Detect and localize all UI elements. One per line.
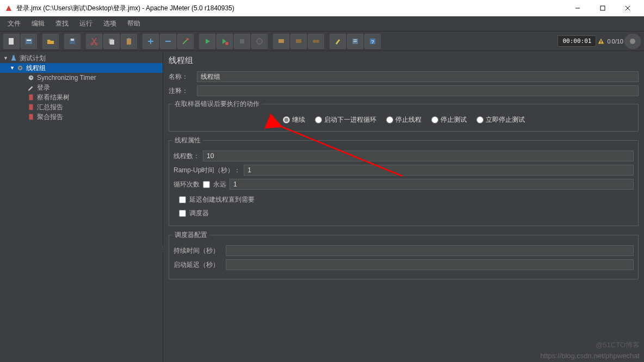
radio-continue[interactable]: 继续	[283, 115, 305, 124]
svg-point-24	[313, 40, 316, 43]
function-helper-button[interactable]: ?	[364, 34, 381, 49]
tree-item-summary-report[interactable]: 汇总报告	[0, 102, 163, 112]
page-red-icon	[27, 93, 35, 101]
tree-item-aggregate-report[interactable]: 聚合报告	[0, 112, 163, 122]
svg-rect-39	[29, 95, 33, 101]
name-input[interactable]	[197, 71, 639, 82]
error-action-legend: 在取样器错误后要执行的动作	[172, 99, 262, 109]
svg-rect-31	[601, 40, 602, 42]
thread-props-legend: 线程属性	[172, 136, 203, 145]
tree-label: Synchronizing Timer	[37, 74, 96, 82]
svg-rect-14	[128, 38, 130, 40]
menu-options[interactable]: 选项	[98, 17, 122, 30]
remote-stop-button[interactable]	[290, 34, 307, 49]
duration-label: 持续时间（秒）	[174, 246, 222, 255]
svg-point-35	[19, 67, 21, 69]
duration-input[interactable]	[226, 245, 634, 256]
tree-label: 线程组	[26, 64, 46, 73]
warning-count: 0	[607, 38, 610, 45]
startup-delay-input[interactable]	[226, 259, 634, 270]
tree-label: 测试计划	[20, 54, 46, 63]
startup-delay-label: 启动延迟（秒）	[174, 260, 222, 270]
tree-label: 聚合报告	[37, 113, 63, 122]
svg-rect-6	[27, 40, 31, 41]
stop-button[interactable]	[234, 34, 250, 49]
svg-point-25	[316, 40, 319, 43]
svg-point-21	[257, 39, 262, 44]
panel-title: 线程组	[169, 55, 639, 66]
svg-point-33	[630, 39, 635, 44]
window-titlebar: 登录.jmx (C:\Users\测试\Desktop\登录.jmx) - Ap…	[0, 0, 644, 16]
collapse-button[interactable]	[160, 34, 176, 49]
tree-item-thread-group[interactable]: ▼ 线程组	[0, 63, 163, 73]
name-label: 名称：	[169, 72, 194, 82]
clear-all-button[interactable]	[347, 34, 363, 49]
warning-icon	[597, 38, 605, 45]
svg-rect-20	[240, 39, 244, 43]
remote-shutdown-button[interactable]	[308, 34, 324, 49]
copy-button[interactable]	[103, 34, 120, 49]
tree-item-view-results-tree[interactable]: 察看结果树	[0, 92, 163, 102]
paste-button[interactable]	[121, 34, 137, 49]
radio-stop-thread[interactable]: 停止线程	[386, 115, 422, 124]
pencil-icon	[27, 84, 35, 91]
scheduler-checkbox[interactable]: 调度器	[174, 207, 634, 220]
svg-point-18	[187, 38, 189, 40]
comment-label: 注释：	[169, 86, 194, 96]
radio-stop-test-now[interactable]: 立即停止测试	[476, 115, 525, 124]
tree-label: 察看结果树	[37, 93, 70, 102]
status-indicator	[624, 34, 641, 49]
delay-create-checkbox[interactable]: 延迟创建线程直到需要	[174, 193, 634, 207]
ramp-input[interactable]	[244, 165, 634, 176]
menu-find[interactable]: 查找	[50, 17, 74, 30]
warning-indicator: 0	[597, 38, 610, 45]
window-title: 登录.jmx (C:\Users\测试\Desktop\登录.jmx) - Ap…	[16, 4, 566, 13]
menu-run[interactable]: 运行	[74, 17, 98, 30]
menu-edit[interactable]: 编辑	[26, 17, 50, 30]
elapsed-timer: 00:00:01	[558, 35, 596, 47]
threads-input[interactable]	[203, 151, 634, 161]
scheduler-legend: 调度器配置	[172, 230, 209, 240]
remote-start-button[interactable]	[273, 34, 289, 49]
clear-button[interactable]	[330, 34, 346, 49]
open-button[interactable]	[42, 34, 59, 49]
maximize-button[interactable]	[591, 1, 615, 16]
splitter-grip[interactable]: ⋮⋮	[160, 247, 164, 251]
radio-next-loop[interactable]: 启动下一进程循环	[315, 115, 376, 124]
clock-icon	[27, 74, 35, 82]
ramp-label: Ramp-Up时间（秒）：	[174, 166, 240, 175]
save-button[interactable]	[64, 34, 81, 49]
tree-item-test-plan[interactable]: ▼ 测试计划	[0, 53, 163, 63]
start-button[interactable]	[199, 34, 215, 49]
templates-button[interactable]	[21, 34, 37, 49]
forever-checkbox[interactable]: 永远	[203, 180, 226, 189]
minimize-button[interactable]	[566, 1, 590, 16]
start-no-timers-button[interactable]	[216, 34, 233, 49]
main-panel: 线程组 名称： 注释： 在取样器错误后要执行的动作 继续 启动下一进程循环 停止…	[163, 51, 644, 362]
loop-input[interactable]	[230, 179, 634, 190]
cut-button[interactable]	[86, 34, 102, 49]
new-button[interactable]	[3, 34, 20, 49]
svg-rect-41	[29, 114, 33, 120]
svg-rect-1	[600, 6, 605, 10]
comment-input[interactable]	[197, 85, 639, 96]
tree-panel: ▼ 测试计划 ▼ 线程组 Synchronizing Timer 登录 察看结果…	[0, 51, 163, 362]
menu-help[interactable]: 帮助	[122, 17, 146, 30]
shutdown-button[interactable]	[251, 34, 268, 49]
close-button[interactable]	[616, 1, 640, 16]
radio-stop-test[interactable]: 停止测试	[431, 115, 467, 124]
svg-rect-12	[110, 40, 114, 45]
thread-props-fieldset: 线程属性 线程数： Ramp-Up时间（秒）： 循环次数 永远 延迟创建线程直到…	[169, 136, 639, 226]
menu-file[interactable]: 文件	[2, 17, 26, 30]
threads-label: 线程数：	[174, 152, 200, 161]
tree-item-sync-timer[interactable]: Synchronizing Timer	[0, 73, 163, 83]
expand-button[interactable]	[143, 34, 159, 49]
svg-rect-4	[9, 38, 14, 45]
gear-icon	[16, 64, 24, 72]
error-action-fieldset: 在取样器错误后要执行的动作 继续 启动下一进程循环 停止线程 停止测试 立即停止…	[169, 99, 639, 132]
svg-rect-23	[296, 39, 301, 43]
toolbar: ? 00:00:01 0 0/10	[0, 32, 644, 51]
menu-bar: 文件 编辑 查找 运行 选项 帮助	[0, 16, 644, 32]
toggle-button[interactable]	[177, 34, 194, 49]
tree-item-login[interactable]: 登录	[0, 83, 163, 92]
